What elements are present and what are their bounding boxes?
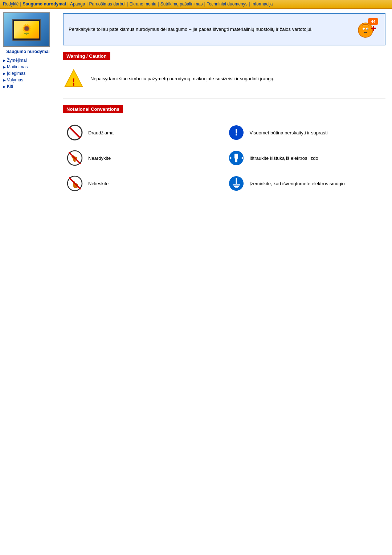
notational-item-ground: Įžeminkite, kad išvengtumėte elektros sm… [224,171,386,196]
nav-informacija[interactable]: Informacija [252,1,273,7]
content-area: Perskaitykite toliau pateikiamus nurodym… [56,9,392,203]
divider-1 [63,98,385,98]
nav-sutrikimu[interactable]: Sutrikimų pašalinimas [160,1,203,7]
ground-icon [227,174,245,193]
no-disassemble-label: Neardykite [88,155,111,161]
info-box: Perskaitykite toliau pateikiamus nurodym… [63,13,385,45]
notational-item-no-touch: Nelieskite [63,171,224,196]
main-layout: 🌻 Saugumo nurodymai ▶Žymėjimai ▶Maitinim… [0,9,392,203]
arrow-icon-5: ▶ [3,85,6,89]
notational-item-mandatory: ! Visuomet būtina perskaityti ir suprast… [224,120,386,145]
arrow-icon-2: ▶ [3,65,6,69]
warning-content: ! Nepaisydami šiuo simboliu pažymėtų nur… [63,65,385,92]
svg-line-13 [69,127,80,138]
flower-icon: 🌻 [20,24,33,36]
nav-sep-3: | [86,1,87,7]
safety-icon-svg: 44 [352,17,379,41]
notational-section: Notational Conventions Draudžiama [63,105,385,196]
info-box-text: Perskaitykite toliau pateikiamus nurodym… [69,26,346,33]
nav-apanga[interactable]: Apanga [70,1,85,7]
nav-saugumo[interactable]: Saugumo nurodymai [23,1,66,7]
sidebar-item-kiti[interactable]: ▶Kiti [3,83,53,90]
mandatory-icon: ! [227,123,245,142]
sidebar-image: 🌻 [3,12,50,47]
nav-sep-6: | [204,1,205,7]
svg-text:44: 44 [371,19,375,24]
ground-label: Įžeminkite, kad išvengtumėte elektros sm… [250,181,345,186]
unplug-label: Ištraukite kištuką iš elektros lizdo [250,155,318,161]
nav-ekrano[interactable]: Ekrano meniu [130,1,156,7]
arrow-icon-1: ▶ [3,58,6,62]
notational-item-no-disassemble: Neardykite [63,145,224,171]
nav-paruosimas[interactable]: Paruošimas darbui [89,1,125,7]
no-touch-icon [66,174,84,193]
nav-sep-7: | [249,1,250,7]
monitor-screen: 🌻 [14,21,39,39]
nav-sep-1: | [20,1,21,7]
sidebar-item-maitinimas[interactable]: ▶Maitinimas [3,64,53,70]
sidebar-nav: ▶Žymėjimai ▶Maitinimas ▶Įdiegimas ▶Valym… [3,57,53,90]
warning-header: Warning / Caution [63,52,110,60]
sidebar-item-zymejmai[interactable]: ▶Žymėjimai [3,57,53,64]
nav-sep-4: | [127,1,128,7]
notational-item-forbidden: Draudžiama [63,120,224,145]
nav-bar: Rodyklė | Saugumo nurodymai | Apanga | P… [0,0,392,9]
svg-point-5 [363,29,364,30]
unplug-icon [227,149,245,167]
monitor-graphic: 🌻 [12,19,41,41]
svg-text:!: ! [234,127,238,138]
arrow-icon-3: ▶ [3,72,6,76]
notational-header: Notational Conventions [63,105,123,113]
nav-sep-5: | [158,1,159,7]
sidebar-item-valymas[interactable]: ▶Valymas [3,77,53,83]
nav-techniniai[interactable]: Techniniai duomenys [207,1,248,7]
svg-rect-22 [235,159,237,162]
svg-line-19 [69,152,81,164]
nav-rodykle[interactable]: Rodyklė [3,1,19,7]
no-disassemble-icon [66,149,84,167]
notational-item-unplug: Ištraukite kištuką iš elektros lizdo [224,145,386,171]
mandatory-label: Visuomet būtina perskaityti ir suprasti [250,130,328,135]
notational-grid: Draudžiama ! Visuomet būtina perskaityti… [63,120,385,196]
nav-sep-2: | [68,1,69,7]
sidebar-title: Saugumo nurodymai [3,49,53,54]
svg-rect-21 [234,154,238,159]
sidebar: 🌻 Saugumo nurodymai ▶Žymėjimai ▶Maitinim… [0,9,56,203]
warning-section: Warning / Caution ! Nepaisydami šiuo sim… [63,52,385,92]
forbidden-label: Draudžiama [88,130,114,135]
forbidden-icon [66,123,84,142]
info-box-icon: 44 [351,17,380,41]
sidebar-item-idiegimas[interactable]: ▶Įdiegimas [3,70,53,77]
warning-text: Nepaisydami šiuo simboliu pažymėtų nurod… [90,76,274,81]
arrow-icon-4: ▶ [3,78,6,82]
triangle-svg: ! [64,68,84,89]
svg-rect-8 [373,26,374,31]
svg-point-6 [367,29,368,30]
svg-point-11 [73,84,74,86]
warning-triangle-icon: ! [63,68,85,89]
no-touch-label: Nelieskite [88,181,109,186]
